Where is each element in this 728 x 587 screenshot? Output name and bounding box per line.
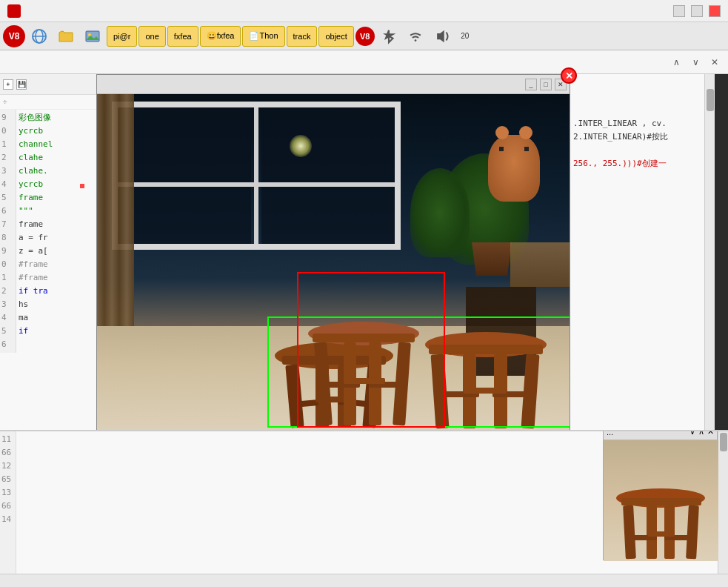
v8-label: V8	[360, 32, 370, 41]
tab-thon[interactable]: 📄Thon	[242, 26, 284, 47]
tab-label: pi@r	[113, 32, 130, 41]
code-line: if tra	[19, 285, 53, 298]
code-line: #frame	[19, 258, 53, 271]
bluetooth-icon[interactable]	[376, 24, 401, 49]
mini-preview-controls: ∨ ∧ ✕	[689, 430, 714, 437]
code-toolbar: + 💾	[0, 74, 99, 95]
tab-label: 😀fxfea	[207, 31, 235, 41]
new-file-btn[interactable]: +	[3, 79, 13, 90]
code-line: if	[19, 325, 53, 338]
taskbar: V8 pi@r one fxfea 😀fxfea 📄Thon	[0, 22, 728, 50]
code-line: clahe.	[19, 165, 53, 178]
mini-preview-titlebar: ... ∨ ∧ ✕	[604, 430, 717, 440]
right-scrollbar[interactable]	[704, 74, 715, 430]
code-line: ycrcb	[19, 125, 53, 138]
bottom-right-scrollbar[interactable]	[718, 431, 728, 574]
bottom-line-numbers: 11 66 12 65 13 66 14	[0, 431, 16, 574]
thonny-down-btn[interactable]: ∨	[688, 55, 703, 70]
code-divider: ÷	[0, 95, 99, 110]
code-line: ma	[19, 311, 53, 325]
mini-preview-up[interactable]: ∧	[698, 430, 704, 437]
tab-fxfea1[interactable]: fxfea	[167, 26, 198, 47]
right-code-line-2: 2.INTER_LINEAR)#按比	[573, 130, 712, 144]
svg-rect-34	[621, 498, 701, 505]
mini-preview-window: ... ∨ ∧ ✕	[603, 430, 718, 560]
window-light	[290, 135, 312, 157]
tab-object[interactable]: object	[318, 26, 353, 47]
bear-ear-right	[519, 126, 532, 139]
vnc-logo-icon[interactable]: V8	[3, 25, 25, 47]
window-divider-v	[254, 107, 258, 244]
tab-one[interactable]: one	[138, 26, 165, 47]
code-line: #frame	[19, 271, 53, 285]
window-pane-right	[261, 107, 395, 244]
globe-icon[interactable]	[27, 24, 52, 49]
mini-preview-image	[604, 440, 718, 561]
wifi-icon[interactable]	[403, 24, 428, 49]
code-line: """	[19, 205, 53, 218]
volume-icon[interactable]	[430, 24, 455, 49]
thonny-up-btn[interactable]: ∧	[669, 55, 684, 70]
tracking-window: _ □ ✕ ✕	[96, 74, 570, 430]
bluetooth-svg	[381, 28, 397, 44]
red-bounding-box	[297, 272, 445, 428]
tab-pi-at-r[interactable]: pi@r	[107, 26, 137, 47]
minimize-button[interactable]	[673, 5, 685, 17]
bottom-scrollbar-thumb[interactable]	[720, 433, 727, 451]
code-line: ycrcb	[19, 178, 53, 191]
bottom-section: 11 66 12 65 13 66 14 ... ∨ ∧ ✕	[0, 430, 728, 574]
tracking-image	[97, 94, 570, 430]
right-code-lines: .INTER_LINEAR , cv. 2.INTER_LINEAR)#按比 2…	[570, 111, 715, 176]
window-divider-h	[118, 182, 395, 187]
thonny-controls: ∧ ∨ ✕	[669, 55, 722, 70]
tracking-minimize-btn[interactable]: _	[525, 79, 537, 90]
app-logo	[7, 4, 21, 18]
teddy-bear	[488, 135, 540, 202]
tab-label: fxfea	[174, 32, 192, 41]
thonny-close-btn[interactable]: ✕	[707, 55, 722, 70]
tracking-maximize-btn[interactable]: □	[540, 79, 552, 90]
save-btn[interactable]: 💾	[16, 79, 27, 90]
breakpoint-indicator	[80, 184, 84, 188]
scrollbar-thumb[interactable]	[707, 89, 714, 111]
tracking-window-controls: _ □ ✕	[525, 79, 567, 90]
volume-svg	[434, 28, 450, 44]
bear-ear-left	[495, 126, 509, 139]
vnc-logo-text: V8	[9, 31, 20, 42]
tab-label: track	[293, 32, 311, 41]
right-code-line-3: 256., 255.)))#创建一	[573, 157, 712, 170]
flower-pot	[470, 242, 514, 276]
svg-rect-38	[686, 505, 699, 560]
window-frame	[112, 102, 401, 250]
right-code-panel: .INTER_LINEAR , cv. 2.INTER_LINEAR)#按比 2…	[570, 74, 715, 430]
svg-marker-5	[437, 30, 444, 42]
window-controls	[673, 5, 721, 17]
bear-eyes	[499, 146, 529, 152]
image-icon[interactable]	[80, 24, 105, 49]
code-line: z = a[	[19, 245, 53, 258]
title-bar	[0, 0, 728, 22]
tab-track[interactable]: track	[287, 26, 318, 47]
thonny-toolbar: ∧ ∨ ✕	[0, 50, 728, 74]
folder-yellow-icon[interactable]	[53, 24, 79, 49]
code-line: a = fr	[19, 231, 53, 245]
code-line: clahe	[19, 151, 53, 165]
svg-rect-41	[648, 531, 675, 537]
plant-left	[410, 168, 470, 257]
tracking-x-close-button[interactable]: ✕	[561, 67, 577, 84]
code-line: hs	[19, 298, 53, 311]
maximize-button[interactable]	[691, 5, 703, 17]
tab-fxfea-emoji[interactable]: 😀fxfea	[200, 26, 241, 47]
tracking-titlebar: _ □ ✕	[97, 75, 570, 94]
mini-preview-dots: ...	[607, 430, 613, 437]
code-line: channel	[19, 138, 53, 151]
close-button[interactable]	[709, 5, 721, 17]
tab-label: one	[145, 32, 158, 41]
vnc-v8-icon[interactable]: V8	[355, 27, 375, 46]
left-curtain	[97, 94, 134, 346]
folder-svg	[58, 28, 74, 44]
line-numbers: 9 0 1 2 3 4 5 6 7 8 9 0 1 2 3 4 5 6	[0, 110, 16, 353]
switch-link[interactable]	[570, 74, 715, 108]
mini-preview-close[interactable]: ✕	[707, 430, 714, 437]
mini-preview-down[interactable]: ∨	[689, 430, 695, 437]
